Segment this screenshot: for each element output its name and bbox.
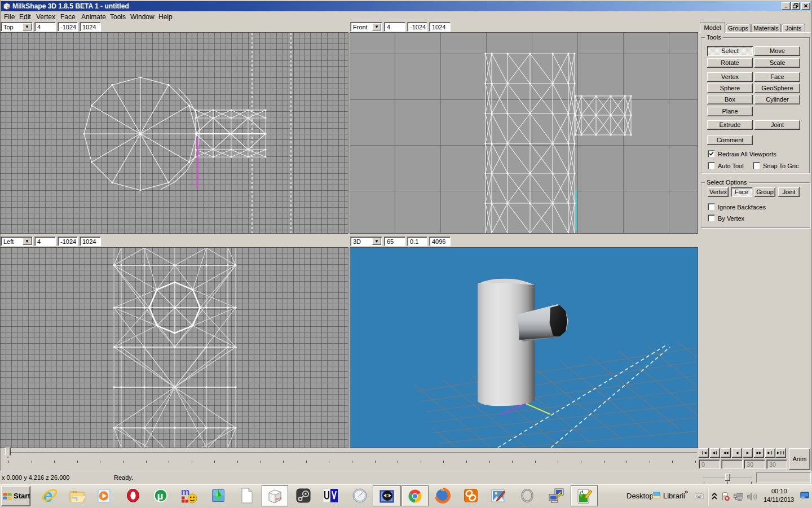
svg-text:µ: µ [157, 490, 164, 502]
svg-text:m: m [181, 487, 189, 497]
svg-text:MILK: MILK [276, 497, 282, 501]
